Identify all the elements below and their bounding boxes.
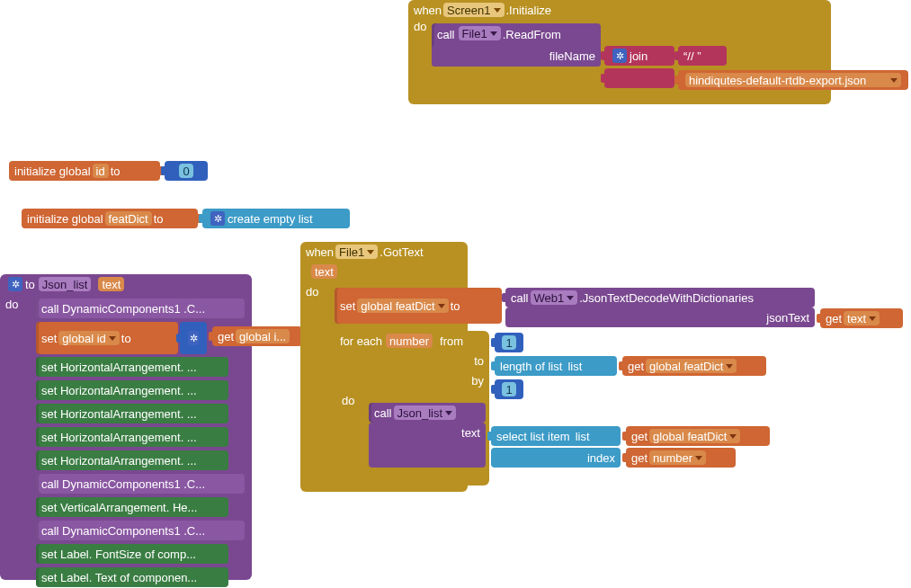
when-label: when — [306, 245, 334, 259]
for-each-label: for each — [340, 334, 382, 348]
arg-text-label: text — [369, 423, 486, 468]
by-value[interactable]: 1 — [495, 379, 523, 399]
component-file1[interactable]: File1 — [459, 26, 501, 40]
set-global-featdict[interactable]: set global featDict to — [335, 288, 502, 324]
call-dyn1-create-3[interactable]: call DynamicComponents1 .C... — [36, 521, 245, 540]
select-list-item[interactable]: select list item list — [491, 426, 621, 446]
join-arg2-slot — [604, 68, 674, 88]
var-number-ref[interactable]: number — [649, 450, 706, 465]
do-label: do — [414, 20, 433, 33]
gear-icon[interactable]: ✲ — [612, 49, 627, 63]
set-va-height[interactable]: set VerticalArrangement. He... — [36, 497, 228, 517]
value-0: 0 — [179, 164, 192, 178]
get-global-id[interactable]: get global i... — [212, 326, 302, 346]
inner-do-label: do — [342, 394, 354, 407]
init-global-featdict[interactable]: initialize global featDict to — [22, 209, 198, 228]
chevron-down-icon — [494, 8, 501, 13]
arg-filename-label: fileName — [432, 45, 601, 67]
set-ha-3[interactable]: set HorizontalArrangement. ... — [36, 404, 228, 423]
chevron-down-icon — [109, 336, 116, 341]
readfrom-label: .ReadFrom — [503, 26, 561, 41]
set-label-text[interactable]: set Label. Text of componen... — [36, 567, 228, 587]
do-label: do — [306, 285, 318, 298]
param-text: text — [98, 277, 124, 291]
math-op-slot[interactable]: ✲ — [180, 322, 207, 354]
get-global-featdict-1[interactable]: get global featDict — [622, 356, 766, 376]
proc-body-stack: set HorizontalArrangement. ... set Horiz… — [36, 357, 245, 588]
get-global-featdict-2[interactable]: get global featDict — [626, 426, 770, 446]
dropdown-json-file[interactable]: hindiqutes-default-rtdb-export.json — [678, 70, 908, 90]
call-web1-jsondecode[interactable]: call Web1 .JsonTextDecodeWithDictionarie… — [505, 288, 815, 307]
chevron-down-icon — [729, 434, 737, 439]
arg-jsontext-label: jsonText — [505, 307, 815, 327]
chevron-down-icon — [367, 250, 374, 254]
call-label: call — [437, 26, 455, 41]
get-text[interactable]: get text — [820, 308, 903, 328]
from-value[interactable]: 1 — [495, 333, 523, 352]
gottext-suffix: .GotText — [380, 245, 423, 259]
chevron-down-icon — [445, 411, 452, 415]
set-ha-1[interactable]: set HorizontalArrangement. ... — [36, 357, 228, 377]
text-literal-slashes[interactable]: // — [678, 46, 727, 66]
var-id: id — [93, 164, 109, 178]
loop-var-number: number — [386, 334, 433, 348]
var-global-id-ref[interactable]: global i... — [236, 329, 290, 343]
component-web1[interactable]: Web1 — [531, 290, 578, 305]
chevron-down-icon — [567, 296, 574, 300]
chevron-down-icon — [726, 364, 733, 369]
var-text[interactable]: text — [844, 311, 880, 325]
chevron-down-icon — [890, 78, 898, 83]
do-label: do — [5, 298, 18, 311]
param-text: text — [311, 264, 337, 279]
initialize-suffix: .Initialize — [506, 4, 552, 17]
var-global-id[interactable]: global id — [58, 331, 119, 345]
init-global-id[interactable]: initialize global id to — [9, 161, 160, 181]
var-global-featdict-ref-2[interactable]: global featDict — [649, 429, 740, 443]
set-ha-5[interactable]: set HorizontalArrangement. ... — [36, 450, 228, 470]
chevron-down-icon — [438, 304, 445, 308]
call-json-list[interactable]: call Json_list — [369, 403, 486, 423]
proc-ref-json-list[interactable]: Json_list — [394, 405, 457, 420]
call-dyn1-create-2[interactable]: call DynamicComponents1 .C... — [36, 474, 245, 494]
var-global-featdict-ref[interactable]: global featDict — [646, 359, 737, 373]
to-label: to — [25, 278, 35, 291]
var-global-featdict[interactable]: global featDict — [357, 298, 448, 313]
gear-icon[interactable]: ✲ — [188, 331, 199, 345]
gear-icon[interactable]: ✲ — [8, 277, 22, 291]
proc-name-json-list: Json_list — [39, 277, 92, 291]
set-label-fontsize[interactable]: set Label. FontSize of comp... — [36, 544, 228, 564]
get-number[interactable]: get number — [626, 448, 736, 468]
component-file1[interactable]: File1 — [335, 245, 378, 259]
text-join[interactable]: ✲ join — [604, 46, 674, 66]
length-of-list[interactable]: length of list list — [495, 356, 617, 376]
set-global-id[interactable]: set global id to — [36, 322, 178, 354]
by-label: by — [471, 374, 484, 388]
to-label: to — [474, 354, 484, 368]
chevron-down-icon — [695, 456, 702, 460]
gear-icon[interactable]: ✲ — [210, 211, 225, 226]
set-ha-4[interactable]: set HorizontalArrangement. ... — [36, 427, 228, 447]
var-featdict: featDict — [105, 211, 152, 226]
index-label: index — [491, 448, 621, 468]
set-ha-2[interactable]: set HorizontalArrangement. ... — [36, 380, 228, 400]
when-label: when — [414, 4, 442, 17]
call-dyn1-create-top[interactable]: call DynamicComponents1 .C... — [36, 298, 245, 318]
create-empty-list[interactable]: ✲ create empty list — [202, 209, 350, 228]
chevron-down-icon — [869, 316, 876, 321]
component-screen1[interactable]: Screen1 — [443, 3, 504, 17]
chevron-down-icon — [490, 31, 497, 36]
math-literal-0[interactable]: 0 — [165, 161, 208, 181]
from-label: from — [440, 334, 463, 348]
